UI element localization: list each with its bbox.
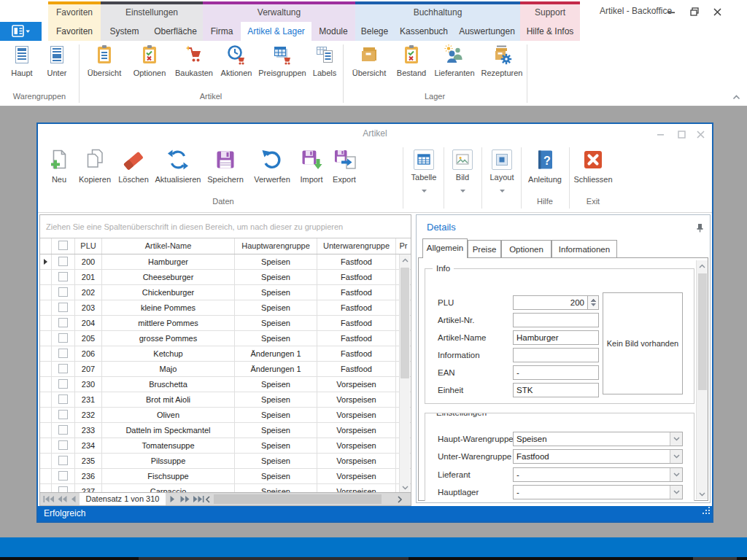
table-cell[interactable]: mittlere Pommes — [102, 316, 235, 330]
row-checkbox[interactable] — [58, 394, 68, 404]
lieferant-combo[interactable]: - — [513, 467, 683, 482]
neu-button[interactable]: Neu — [44, 147, 74, 184]
row-checkbox[interactable] — [58, 287, 68, 297]
group-by-hint[interactable]: Ziehen Sie eine Spaltenüberschrift in di… — [40, 215, 411, 238]
table-cell[interactable]: Ketchup — [102, 346, 235, 361]
table-cell[interactable]: 206 — [75, 346, 102, 361]
row-checkbox[interactable] — [58, 333, 68, 343]
table-cell[interactable]: Speisen — [235, 285, 317, 300]
table-cell[interactable]: 201 — [75, 270, 102, 284]
details-tab-informationen[interactable]: Informationen — [551, 240, 617, 258]
tab-kassenbuch[interactable]: Kassenbuch — [394, 22, 454, 41]
scrollbar-thumb[interactable] — [400, 268, 409, 378]
tab-hilfe-infos[interactable]: Hilfe & Infos — [520, 22, 580, 41]
nav-first-icon[interactable] — [43, 496, 54, 502]
checkbox-cell[interactable] — [52, 285, 75, 300]
window-close-button[interactable] — [693, 128, 708, 140]
lieferanten-button[interactable]: Lieferanten — [430, 44, 479, 77]
row-checkbox[interactable] — [58, 379, 68, 389]
table-cell[interactable]: 231 — [75, 392, 102, 407]
table-cell[interactable]: kleine Pommes — [102, 300, 235, 315]
scroll-up-icon[interactable] — [697, 260, 707, 271]
row-checkbox[interactable] — [58, 349, 68, 358]
table-cell[interactable]: 232 — [75, 408, 102, 422]
artikel-nr-input[interactable] — [513, 313, 599, 327]
haupt-warengruppe-combo[interactable]: Speisen — [513, 432, 683, 446]
table-cell[interactable]: 236 — [75, 469, 102, 483]
table-row[interactable]: 230BruschettaSpeisenVorspeisen — [40, 377, 411, 392]
aktualisieren-button[interactable]: Aktualisieren — [153, 147, 203, 184]
minimize-button[interactable] — [663, 5, 679, 18]
anleitung-button[interactable]: ? Anleitung — [524, 147, 566, 184]
table-cell[interactable]: Fastfood — [317, 300, 396, 315]
tab-oberflaeche[interactable]: Oberfläche — [148, 22, 203, 41]
table-cell[interactable]: 200 — [75, 254, 102, 269]
information-input[interactable] — [513, 348, 599, 362]
schliessen-button[interactable]: Schliessen — [572, 147, 614, 184]
scroll-up-icon[interactable] — [400, 254, 410, 265]
row-checkbox[interactable] — [58, 471, 68, 481]
bild-dropdown-button[interactable]: Bild — [446, 147, 479, 195]
table-cell[interactable]: Fastfood — [317, 346, 396, 361]
table-cell[interactable]: Vorspeisen — [317, 377, 396, 392]
row-checkbox[interactable] — [58, 486, 68, 493]
tab-artikel-lager[interactable]: Artikel & Lager — [241, 22, 311, 41]
checkbox-cell[interactable] — [52, 423, 75, 438]
table-cell[interactable]: Chickenburger — [102, 285, 235, 300]
window-minimize-button[interactable] — [654, 128, 668, 140]
hscroll-left-icon[interactable] — [205, 496, 210, 503]
ribbon-context-favoriten[interactable]: Favoriten — [48, 1, 101, 22]
scrollbar-thumb[interactable] — [698, 273, 707, 390]
scroll-down-icon[interactable] — [400, 482, 410, 493]
tabelle-dropdown-button[interactable]: Tabelle — [407, 147, 441, 195]
table-cell[interactable]: 234 — [75, 438, 102, 453]
checkbox-cell[interactable] — [52, 362, 75, 376]
table-cell[interactable]: Pilssuppe — [102, 454, 235, 468]
artikel-uebersicht-button[interactable]: Übersicht — [82, 44, 127, 77]
tab-module[interactable]: Module — [311, 22, 355, 41]
table-cell[interactable]: 203 — [75, 300, 102, 315]
table-cell[interactable]: Vorspeisen — [317, 423, 396, 438]
table-cell[interactable]: Speisen — [235, 331, 317, 346]
table-row[interactable]: 200HamburgerSpeisenFastfood — [40, 254, 411, 270]
table-cell[interactable]: 237 — [75, 484, 102, 493]
row-checkbox[interactable] — [58, 456, 68, 465]
table-cell[interactable]: 205 — [75, 331, 102, 346]
table-cell[interactable]: Speisen — [235, 484, 317, 493]
details-tab-preise[interactable]: Preise — [468, 240, 501, 258]
column-header-hauptwarengruppe[interactable]: Hauptwarengruppe — [235, 238, 317, 254]
ribbon-context-einstellungen[interactable]: Einstellungen — [101, 1, 203, 22]
details-vertical-scrollbar[interactable] — [696, 260, 708, 499]
row-checkbox[interactable] — [58, 318, 68, 327]
row-checkbox[interactable] — [58, 440, 68, 450]
table-cell[interactable]: Vorspeisen — [317, 408, 396, 422]
nav-prev-icon[interactable] — [71, 496, 76, 502]
table-cell[interactable]: 202 — [75, 285, 102, 300]
table-cell[interactable]: Speisen — [235, 270, 317, 284]
table-row[interactable]: 205grosse PommesSpeisenFastfood — [40, 331, 411, 346]
table-cell[interactable]: Vorspeisen — [317, 469, 396, 483]
table-cell[interactable]: Speisen — [235, 454, 317, 468]
table-cell[interactable]: Speisen — [235, 392, 317, 407]
table-cell[interactable]: Fastfood — [317, 285, 396, 300]
checkbox-cell[interactable] — [52, 270, 75, 284]
artikel-optionen-button[interactable]: Optionen — [128, 44, 171, 77]
loeschen-button[interactable]: Löschen — [115, 147, 152, 184]
details-tab-allgemein[interactable]: Allgemein — [422, 238, 468, 258]
nav-prev-page-icon[interactable] — [58, 496, 67, 502]
table-cell[interactable]: Speisen — [235, 469, 317, 483]
speichern-button[interactable]: Speichern — [204, 147, 247, 184]
table-cell[interactable]: Speisen — [235, 300, 317, 315]
table-cell[interactable]: Datteln im Speckmantel — [102, 423, 235, 438]
preisgruppen-button[interactable]: Preisgruppen — [257, 44, 308, 77]
table-cell[interactable]: Vorspeisen — [317, 484, 396, 493]
table-cell[interactable]: Bruschetta — [102, 377, 235, 392]
checkbox-cell[interactable] — [52, 346, 75, 361]
nav-last-icon[interactable] — [193, 496, 204, 502]
haupt-warengruppen-button[interactable]: Haupt — [6, 44, 38, 77]
row-checkbox[interactable] — [58, 257, 68, 266]
checkbox-cell[interactable] — [52, 484, 75, 493]
table-cell[interactable]: Fischsuppe — [102, 469, 235, 483]
tab-firma[interactable]: Firma — [203, 22, 241, 41]
table-cell[interactable]: Speisen — [235, 408, 317, 422]
